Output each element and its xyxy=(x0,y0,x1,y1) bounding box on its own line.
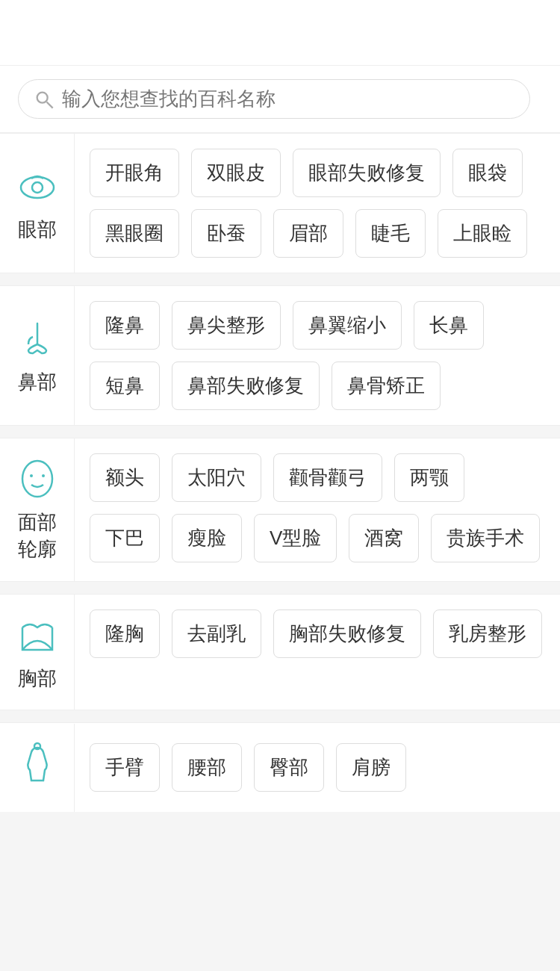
tag[interactable]: 长鼻 xyxy=(414,301,484,350)
category-tags-nose: 隆鼻鼻尖整形鼻翼缩小长鼻短鼻鼻部失败修复鼻骨矫正 xyxy=(75,286,560,425)
partial-section-body: 手臂腰部臀部肩膀 xyxy=(0,722,560,812)
svg-point-3 xyxy=(32,182,43,193)
tag[interactable]: 眼袋 xyxy=(452,149,523,197)
tag[interactable]: 手臂 xyxy=(90,743,160,792)
category-sidebar-chest: 胸部 xyxy=(0,595,75,710)
category-sidebar-eye: 眼部 xyxy=(0,134,75,273)
tag[interactable]: 腰部 xyxy=(172,743,242,792)
partial-sidebar-body xyxy=(0,724,75,812)
category-label-chest: 胸部 xyxy=(18,665,57,692)
search-bar xyxy=(0,66,560,133)
tag[interactable]: 贵族手术 xyxy=(431,514,540,562)
tag[interactable]: 卧蚕 xyxy=(191,209,261,258)
category-label-nose: 鼻部 xyxy=(18,368,57,395)
face-icon xyxy=(15,456,60,501)
tag[interactable]: 下巴 xyxy=(90,514,160,562)
tag[interactable]: 乳房整形 xyxy=(433,609,542,658)
svg-point-5 xyxy=(30,474,33,477)
category-section-nose: 鼻部隆鼻鼻尖整形鼻翼缩小长鼻短鼻鼻部失败修复鼻骨矫正 xyxy=(0,285,560,426)
category-tags-eye: 开眼角双眼皮眼部失败修复眼袋黑眼圈卧蚕眉部睫毛上眼睑 xyxy=(75,134,560,273)
tag[interactable]: 颧骨颧弓 xyxy=(273,453,382,502)
category-section-eye: 眼部开眼角双眼皮眼部失败修复眼袋黑眼圈卧蚕眉部睫毛上眼睑 xyxy=(0,133,560,273)
tag[interactable]: 眉部 xyxy=(273,209,343,258)
search-icon xyxy=(34,89,55,110)
tag[interactable]: 上眼睑 xyxy=(438,209,527,258)
search-input-wrapper xyxy=(18,79,530,119)
svg-line-1 xyxy=(47,102,53,108)
partial-section: 手臂腰部臀部肩膀 xyxy=(0,722,560,812)
tag[interactable]: 去副乳 xyxy=(172,609,261,658)
tag[interactable]: 隆胸 xyxy=(90,609,160,658)
tag[interactable]: V型脸 xyxy=(254,514,337,562)
tag[interactable]: 额头 xyxy=(90,453,160,502)
category-label-eye: 眼部 xyxy=(18,216,57,243)
svg-point-0 xyxy=(37,92,48,102)
category-tags-face: 额头太阳穴颧骨颧弓两颚下巴瘦脸V型脸酒窝贵族手术 xyxy=(75,438,560,581)
svg-point-6 xyxy=(42,474,45,477)
category-sidebar-nose: 鼻部 xyxy=(0,286,75,425)
tag[interactable]: 鼻尖整形 xyxy=(172,301,281,350)
category-section-chest: 胸部隆胸去副乳胸部失败修复乳房整形 xyxy=(0,594,560,710)
tag[interactable]: 黑眼圈 xyxy=(90,209,179,258)
svg-point-7 xyxy=(34,743,40,749)
category-section-face: 面部 轮廓额头太阳穴颧骨颧弓两颚下巴瘦脸V型脸酒窝贵族手术 xyxy=(0,438,560,582)
tag[interactable]: 肩膀 xyxy=(336,743,406,792)
tag[interactable]: 臀部 xyxy=(254,743,324,792)
tag[interactable]: 酒窝 xyxy=(349,514,419,562)
svg-point-2 xyxy=(21,177,54,198)
tag[interactable]: 双眼皮 xyxy=(191,149,281,197)
partial-tags-body: 手臂腰部臀部肩膀 xyxy=(75,728,560,807)
tag[interactable]: 眼部失败修复 xyxy=(293,149,441,197)
eye-icon xyxy=(15,164,60,208)
category-sidebar-face: 面部 轮廓 xyxy=(0,438,75,581)
tag[interactable]: 太阳穴 xyxy=(172,453,261,502)
tag[interactable]: 隆鼻 xyxy=(90,301,160,350)
tag[interactable]: 瘦脸 xyxy=(172,514,242,562)
chest-icon xyxy=(15,612,60,657)
tag[interactable]: 睫毛 xyxy=(355,209,426,258)
category-tags-chest: 隆胸去副乳胸部失败修复乳房整形 xyxy=(75,595,560,710)
tag[interactable]: 鼻部失败修复 xyxy=(172,362,320,410)
tag[interactable]: 两颚 xyxy=(394,453,464,502)
tag[interactable]: 鼻翼缩小 xyxy=(293,301,402,350)
nose-icon xyxy=(15,316,60,361)
categories-container: 眼部开眼角双眼皮眼部失败修复眼袋黑眼圈卧蚕眉部睫毛上眼睑 鼻部隆鼻鼻尖整形鼻翼缩… xyxy=(0,133,560,710)
category-label-face: 面部 轮廓 xyxy=(18,509,57,563)
tag[interactable]: 开眼角 xyxy=(90,149,179,197)
svg-point-4 xyxy=(22,461,52,497)
body-icon xyxy=(15,742,60,787)
header xyxy=(0,0,560,66)
tag[interactable]: 短鼻 xyxy=(90,362,160,410)
search-input[interactable] xyxy=(62,87,514,111)
tag[interactable]: 鼻骨矫正 xyxy=(332,362,441,410)
tag[interactable]: 胸部失败修复 xyxy=(273,609,421,658)
